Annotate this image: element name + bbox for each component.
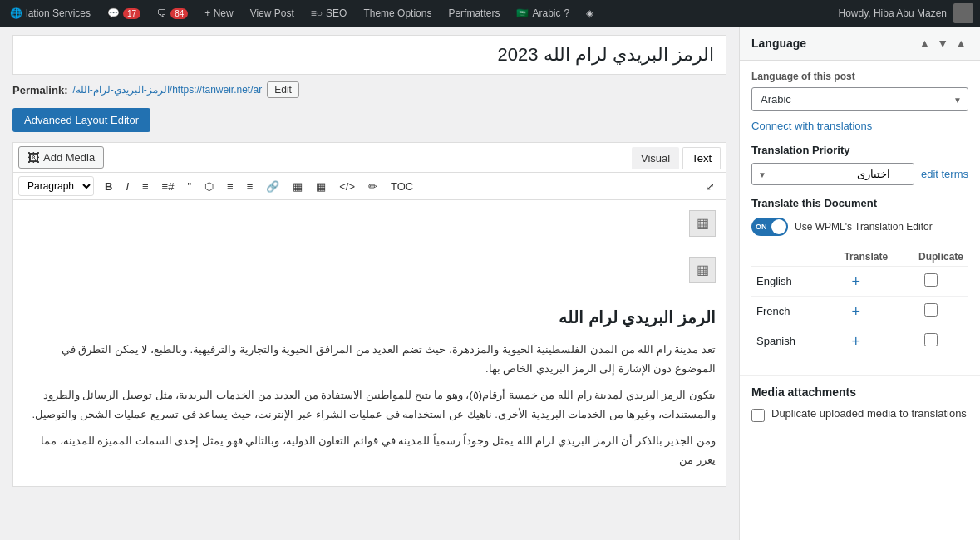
align-right-button[interactable]: ≡: [241, 177, 259, 196]
comment-icon: 🗨: [157, 7, 167, 19]
admin-bar-comments[interactable]: 🗨 84: [154, 7, 191, 19]
tab-visual[interactable]: Visual: [632, 147, 679, 169]
bold-button[interactable]: B: [99, 177, 118, 196]
edit-permalink-button[interactable]: Edit: [267, 81, 299, 98]
translation-table: Translate Duplicate English +: [751, 248, 968, 356]
network-icon: 🌐: [10, 7, 22, 19]
french-duplicate-cell: [893, 297, 968, 326]
language-select[interactable]: Arabic English French Spanish: [751, 87, 968, 111]
connect-with-translations-link[interactable]: Connect with translations: [751, 120, 968, 132]
permalink-url[interactable]: https://tanweir.net/ar/الرمز-البريدي-لرا…: [72, 84, 262, 96]
admin-bar-chat[interactable]: 💬 17: [104, 7, 144, 19]
english-translate-cell: +: [819, 267, 893, 297]
permalink-row: Permalink: https://tanweir.net/ar/الرمز-…: [12, 81, 726, 98]
translate-doc-label: Translate this Document: [751, 197, 968, 209]
admin-bar-view-post[interactable]: View Post: [247, 7, 298, 19]
edit-terms-link[interactable]: edit terms: [921, 168, 968, 180]
admin-bar-services[interactable]: 🌐 lation Services: [7, 7, 94, 19]
priority-row: اختیاری edit terms: [751, 163, 968, 185]
post-paragraph-2: يتكون الرمز البريدي لمدينة رام الله من خ…: [23, 385, 716, 425]
toggle-thumb: [771, 219, 786, 234]
blockquote-button[interactable]: ": [181, 177, 197, 196]
language-panel-body: Language of this post Arabic English Fre…: [740, 61, 980, 375]
panel-collapse-down-button[interactable]: ▼: [935, 35, 950, 52]
media-duplicate-checkbox-1[interactable]: [751, 409, 765, 422]
toc-button[interactable]: TOC: [385, 177, 419, 196]
priority-select-wrap: اختیاری: [751, 163, 914, 185]
admin-bar-seo[interactable]: ≡○ SEO: [308, 7, 351, 19]
table-row: Spanish +: [751, 326, 968, 356]
language-panel-title: Language: [751, 37, 806, 50]
media-option-row-1: Duplicate uploaded media to translations: [751, 407, 968, 422]
admin-bar-new[interactable]: + New: [201, 7, 236, 19]
content-area: Permalink: https://tanweir.net/ar/الرمز-…: [0, 27, 739, 540]
english-duplicate-checkbox[interactable]: [924, 273, 938, 287]
advanced-layout-editor-button[interactable]: Advanced Layout Editor: [12, 108, 150, 132]
expand-button[interactable]: ⤢: [700, 177, 721, 196]
media-section-title: Media attachments: [751, 385, 968, 399]
editor-body[interactable]: ▦ ▦ الرمز البريدي لرام الله تعد مدينة را…: [13, 200, 726, 486]
admin-bar-perfmatters[interactable]: Perfmatters: [445, 7, 503, 19]
diamond-icon: ◈: [586, 7, 593, 19]
spanish-translate-button[interactable]: +: [848, 334, 864, 349]
media-option-label-1: Duplicate uploaded media to translations: [771, 407, 967, 420]
language-panel-header: Language ▲ ▼ ▲: [740, 27, 980, 61]
user-avatar: [953, 3, 973, 23]
admin-bar-arabic[interactable]: 🇸🇦 Arabic ?: [513, 7, 573, 19]
flag-icon: 🇸🇦: [516, 7, 529, 19]
editor-toolbar: Paragraph B I ≡ ≡# " ⬡ ≡ ≡ 🔗 ▦ ▦ </> ✏ T…: [13, 173, 726, 200]
align-center-button[interactable]: ≡: [221, 177, 239, 196]
spanish-translate-cell: +: [819, 326, 893, 356]
lang-french-cell: French: [751, 297, 819, 326]
pencil-button[interactable]: ✏: [362, 177, 383, 196]
post-paragraph-1: تعد مدينة رام الله من المدن الفلسطينية ا…: [23, 340, 716, 379]
post-paragraph-3: ومن الجدير بالذكر أن الرمز البريدي لرام …: [23, 431, 716, 470]
add-media-icon: 🖼: [27, 150, 40, 164]
spanish-duplicate-cell: [893, 326, 968, 356]
admin-bar-theme-options[interactable]: Theme Options: [360, 7, 435, 19]
priority-select[interactable]: اختیاری: [751, 163, 914, 185]
panel-collapse-up-button[interactable]: ▲: [917, 35, 932, 52]
chat-icon: 💬: [107, 7, 120, 19]
lang-spanish-cell: Spanish: [751, 326, 819, 356]
toggle-on-label: ON: [751, 223, 767, 231]
block-icon-1: ▦: [689, 210, 716, 237]
col-lang-header: [751, 248, 819, 267]
editor-tabs: Visual Text: [628, 147, 721, 169]
wpml-toggle[interactable]: ON: [751, 218, 788, 236]
unordered-list-button[interactable]: ≡: [136, 177, 155, 196]
table-button[interactable]: ▦: [287, 177, 308, 196]
language-panel: Language ▲ ▼ ▲ Language of this post Ara…: [740, 27, 980, 439]
col-duplicate-header: Duplicate: [893, 248, 968, 267]
link-button[interactable]: 🔗: [260, 177, 285, 196]
admin-bar-diamond[interactable]: ◈: [583, 7, 597, 19]
table-row: English +: [751, 267, 968, 297]
media-section: Media attachments Duplicate uploaded med…: [740, 375, 980, 439]
add-media-button[interactable]: 🖼 Add Media: [18, 146, 104, 169]
spanish-duplicate-checkbox[interactable]: [924, 333, 938, 346]
italic-button[interactable]: I: [120, 177, 135, 196]
wpml-toggle-desc: Use WPML's Translation Editor: [795, 221, 933, 233]
align-left-button[interactable]: ⬡: [199, 177, 219, 196]
french-duplicate-checkbox[interactable]: [924, 303, 938, 317]
tab-text[interactable]: Text: [682, 147, 721, 169]
post-title-input[interactable]: [12, 35, 726, 75]
ordered-list-button[interactable]: ≡#: [156, 177, 180, 196]
panel-drag-button[interactable]: ▲: [953, 35, 968, 52]
table2-button[interactable]: ▦: [310, 177, 332, 196]
english-translate-button[interactable]: +: [848, 274, 864, 289]
language-select-wrap: Arabic English French Spanish: [751, 87, 968, 111]
editor-container: 🖼 Add Media Visual Text Paragraph B I ≡ …: [12, 142, 726, 487]
code-button[interactable]: </>: [333, 177, 361, 196]
french-translate-button[interactable]: +: [848, 304, 864, 319]
table-row: French +: [751, 297, 968, 326]
admin-bar-user[interactable]: Howdy, Hiba Abu Mazen: [838, 3, 973, 23]
english-duplicate-cell: [893, 267, 968, 297]
paragraph-select[interactable]: Paragraph: [18, 176, 94, 196]
priority-label: Translation Priority: [751, 144, 968, 156]
admin-bar: 🌐 lation Services 💬 17 🗨 84 + New View P…: [0, 0, 980, 27]
block-icon-2: ▦: [689, 257, 716, 283]
permalink-label: Permalink:: [12, 84, 67, 96]
wpml-toggle-row: ON Use WPML's Translation Editor: [751, 218, 968, 236]
col-translate-header: Translate: [819, 248, 893, 267]
